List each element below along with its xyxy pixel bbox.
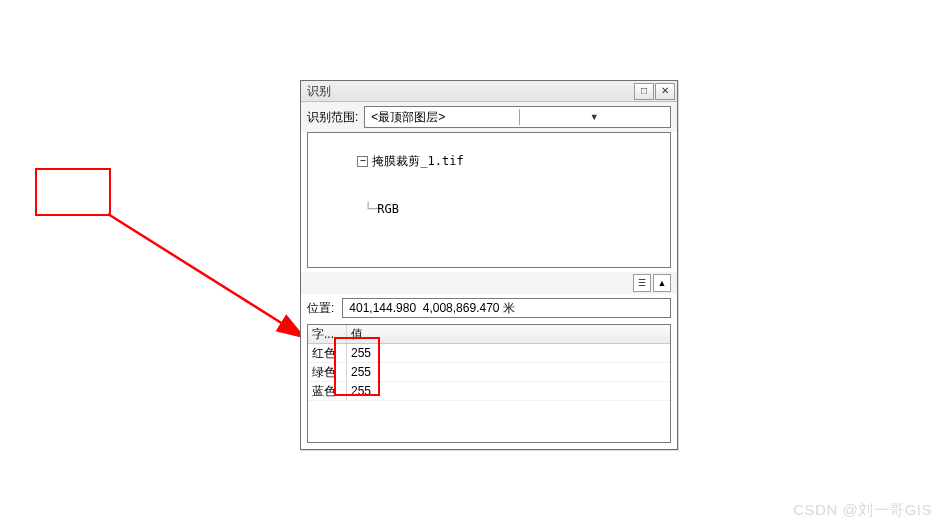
scope-combobox[interactable]: <最顶部图层> ▼ [364, 106, 671, 128]
info-icon[interactable]: ☰ [633, 274, 651, 292]
annotation-value-highlight [334, 337, 380, 396]
tree-root-row[interactable]: −掩膜裁剪_1.tif [314, 137, 664, 185]
dialog-title: 识别 [307, 83, 633, 100]
collapse-icon[interactable]: − [357, 156, 368, 167]
tree-child-label: RGB [377, 202, 399, 216]
annotation-selection-box [35, 168, 111, 216]
scope-label: 识别范围: [307, 109, 358, 126]
chevron-down-icon[interactable]: ▼ [519, 109, 668, 125]
mid-toolbar: ☰ ▲ [301, 272, 677, 294]
value-cell: 255 [347, 344, 670, 362]
location-label: 位置: [307, 300, 334, 317]
tree-branch-icon: └─ [357, 201, 377, 217]
layer-tree[interactable]: −掩膜裁剪_1.tif └─RGB [307, 132, 671, 268]
tree-root-label: 掩膜裁剪_1.tif [372, 154, 463, 168]
value-cell: 255 [347, 363, 670, 381]
location-input[interactable] [342, 298, 671, 318]
location-row: 位置: [301, 294, 677, 322]
nav-up-icon[interactable]: ▲ [653, 274, 671, 292]
dialog-titlebar[interactable]: 识别 □ ✕ [301, 81, 677, 102]
close-button[interactable]: ✕ [655, 83, 675, 100]
col-value-header[interactable]: 值 [347, 325, 670, 343]
value-cell: 255 [347, 382, 670, 400]
scope-value: <最顶部图层> [371, 109, 519, 126]
pin-button[interactable]: □ [634, 83, 654, 100]
scope-toolbar: 识别范围: <最顶部图层> ▼ [301, 102, 677, 132]
tree-child-row[interactable]: └─RGB [314, 185, 664, 233]
